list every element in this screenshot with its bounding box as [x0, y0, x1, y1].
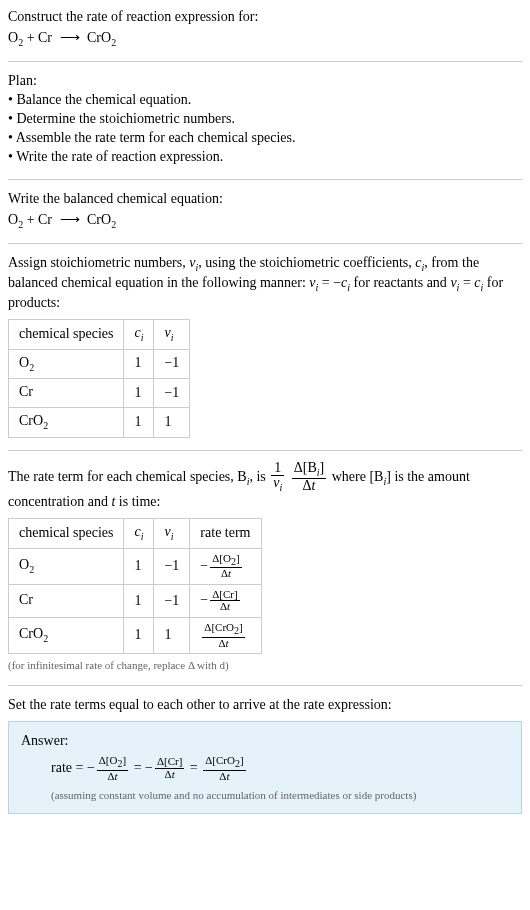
table-header-row: chemical species ci νi: [9, 320, 190, 349]
rate-eq-2: =: [186, 760, 201, 775]
th-ci-sub: i: [141, 531, 144, 542]
nui-cell: −1: [154, 584, 190, 617]
rt-frac1-num: 1: [271, 461, 284, 477]
rate-term-cell: −Δ[O2]Δt: [190, 548, 261, 584]
rate-frac-3: Δ[CrO2]Δt: [203, 755, 245, 782]
th-nui: νi: [154, 320, 190, 349]
species-text: O: [19, 355, 29, 370]
rt-den-t: t: [228, 567, 231, 579]
rt-frac1-den-sub: i: [280, 482, 283, 493]
prompt-equation: O2 + Cr ⟶ CrO2: [8, 29, 522, 49]
rf2-den: Δt: [155, 769, 184, 781]
th-nui-sub: i: [171, 531, 174, 542]
balanced-cro2-sub: 2: [111, 218, 116, 229]
th-species: chemical species: [9, 519, 124, 548]
th-nui-sub: i: [171, 332, 174, 343]
rt-frac2-num-b: ]: [320, 460, 325, 475]
rt-text-a: The rate term for each chemical species,…: [8, 468, 247, 483]
species-cell: CrO2: [9, 408, 124, 437]
rt-den: Δt: [202, 638, 244, 650]
rt-den-t: t: [227, 600, 230, 612]
species-text: O: [19, 557, 29, 572]
rt-num: Δ[CrO2]: [202, 622, 244, 638]
species-sub: 2: [29, 564, 34, 575]
rt-den-d: Δ: [220, 600, 227, 612]
arrow-icon: ⟶: [60, 211, 80, 230]
rate-term-section: The rate term for each chemical species,…: [8, 461, 522, 674]
divider: [8, 61, 522, 62]
th-rate-term: rate term: [190, 519, 261, 548]
assign-section: Assign stoichiometric numbers, νi, using…: [8, 254, 522, 438]
species-sub: 2: [29, 361, 34, 372]
species-text: CrO: [19, 626, 43, 641]
balanced-equation: O2 + Cr ⟶ CrO2: [8, 211, 522, 231]
species-cell: O2: [9, 548, 124, 584]
plan-section: Plan: • Balance the chemical equation. •…: [8, 72, 522, 166]
divider: [8, 243, 522, 244]
assign-text-a: Assign stoichiometric numbers,: [8, 255, 189, 270]
nui-cell: −1: [154, 349, 190, 378]
rf1-num: Δ[O2]: [97, 755, 128, 771]
rate-frac-1: Δ[O2]Δt: [97, 755, 128, 782]
plan-bullet-4: • Write the rate of reaction expression.: [8, 148, 522, 167]
stoich-table-2: chemical species ci νi rate term O2 1 −1…: [8, 518, 262, 654]
rate-term-cell: −Δ[Cr]Δt: [190, 584, 261, 617]
assign-text-b: , using the stoichiometric coefficients,: [198, 255, 415, 270]
rt-frac2-den-t: t: [312, 478, 316, 493]
th-ci: ci: [124, 320, 154, 349]
plus-cr: + Cr: [23, 30, 55, 45]
stoich-table-1: chemical species ci νi O2 1 −1 Cr 1 −1 C…: [8, 319, 190, 437]
assign-text-d: for reactants and: [350, 275, 450, 290]
reactant-o2: O: [8, 30, 18, 45]
table-row: CrO2 1 1 Δ[CrO2]Δt: [9, 618, 262, 654]
rt-frac2-den-d: Δ: [303, 478, 312, 493]
rt-num: Δ[O2]: [210, 553, 241, 569]
table-row: CrO2 1 1: [9, 408, 190, 437]
arrow-icon: ⟶: [60, 29, 80, 48]
rt-den-d: Δ: [221, 567, 228, 579]
rate-frac-2: Δ[Cr]Δt: [155, 756, 184, 780]
ci-cell: 1: [124, 584, 154, 617]
th-nui: νi: [154, 519, 190, 548]
rt-text-b: , is: [249, 468, 269, 483]
rt-frac2-num: Δ[Bi]: [292, 461, 326, 479]
answer-label: Answer:: [21, 732, 509, 751]
final-section: Set the rate terms equal to each other t…: [8, 696, 522, 814]
rate-eq-lhs: rate = −: [51, 760, 95, 775]
table-row: O2 1 −1 −Δ[O2]Δt: [9, 548, 262, 584]
rate-eq-1: = −: [130, 760, 153, 775]
rt-den: Δt: [210, 601, 239, 613]
rt-text-e: is time:: [115, 494, 160, 509]
ci-cell: 1: [124, 408, 154, 437]
ci-cell: 1: [124, 349, 154, 378]
rf1-num-a: Δ[O: [99, 754, 118, 766]
rt-frac: Δ[CrO2]Δt: [202, 622, 244, 649]
table-row: Cr 1 −1: [9, 378, 190, 407]
ci-cell: 1: [124, 378, 154, 407]
rf3-den-t: t: [226, 770, 229, 782]
rt-num-a: Δ[CrO: [204, 621, 234, 633]
divider: [8, 450, 522, 451]
nui-cell: 1: [154, 618, 190, 654]
rate-term-cell: Δ[CrO2]Δt: [190, 618, 261, 654]
rt-den-t: t: [226, 637, 229, 649]
table-row: O2 1 −1: [9, 349, 190, 378]
nui-cell: 1: [154, 408, 190, 437]
rf3-num-b: ]: [240, 754, 244, 766]
th-ci: ci: [124, 519, 154, 548]
ci-cell: 1: [124, 548, 154, 584]
answer-note: (assuming constant volume and no accumul…: [21, 788, 509, 803]
rt-frac1-den: νi: [271, 476, 284, 493]
rt-frac: Δ[O2]Δt: [210, 553, 241, 580]
rf1-den-t: t: [114, 770, 117, 782]
balanced-heading: Write the balanced chemical equation:: [8, 190, 522, 209]
rt-neg: −: [200, 558, 208, 573]
rf1-num-b: ]: [122, 754, 126, 766]
answer-box: Answer: rate = −Δ[O2]Δt = −Δ[Cr]Δt = Δ[C…: [8, 721, 522, 814]
final-heading: Set the rate terms equal to each other t…: [8, 696, 522, 715]
assign-text: Assign stoichiometric numbers, νi, using…: [8, 254, 522, 313]
nui-cell: −1: [154, 378, 190, 407]
assign-eq1-eq: = −: [318, 275, 341, 290]
species-cell: Cr: [9, 378, 124, 407]
rt-frac-2: Δ[Bi] Δt: [292, 461, 326, 494]
